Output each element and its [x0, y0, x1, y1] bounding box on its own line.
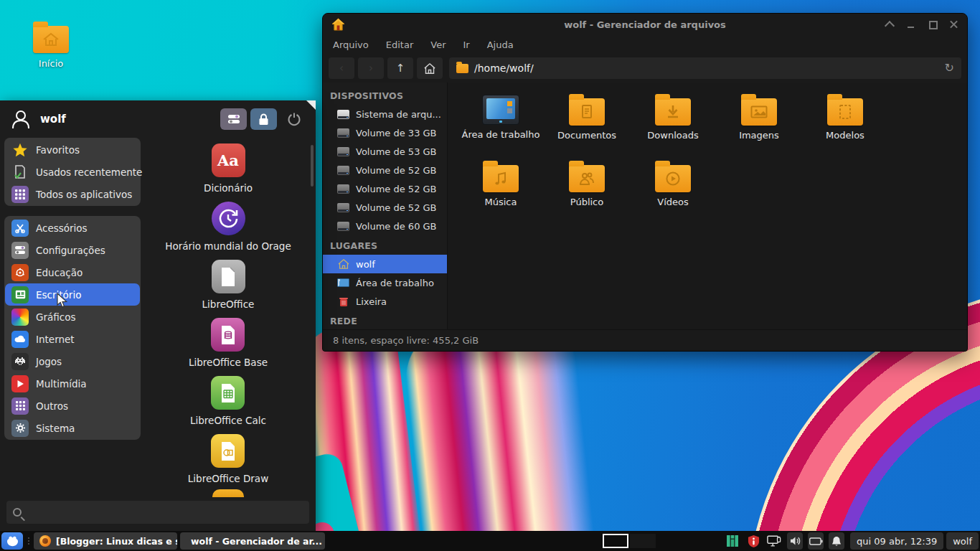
path-folder-icon [456, 64, 468, 73]
notifications-bell-icon[interactable] [829, 532, 844, 550]
sidebar-device-volume[interactable]: Volume de 53 GB [323, 142, 447, 161]
maximize-button-icon[interactable] [928, 20, 937, 29]
category-multimedia[interactable]: Multimídia [5, 372, 140, 395]
mouse-logo-icon [6, 536, 19, 547]
scrollbar-thumb[interactable] [311, 145, 314, 187]
app-partial-icon [212, 489, 244, 497]
category-office-selected[interactable]: Escritório [5, 283, 140, 306]
sidebar-device-volume[interactable]: Volume de 52 GB [323, 198, 447, 217]
manjaro-icon[interactable] [725, 532, 740, 550]
device-label: Volume de 52 GB [356, 202, 437, 213]
music-folder-icon [483, 165, 519, 192]
sidebar-device-volume[interactable]: Volume de 60 GB [323, 217, 447, 235]
system-tray [725, 532, 844, 550]
menu-edit[interactable]: Editar [386, 39, 414, 50]
workspace-switcher[interactable] [603, 534, 656, 548]
menu-help[interactable]: Ajuda [487, 39, 514, 50]
file-label: Imagens [739, 130, 779, 141]
nav-recently-used[interactable]: Usados recentemente [5, 161, 140, 183]
libreoffice-draw-icon [211, 434, 245, 468]
workspace-active[interactable] [603, 534, 628, 548]
file-item-pictures[interactable]: Imagens [716, 93, 802, 159]
app-libreoffice-base[interactable]: LibreOffice Base [189, 318, 268, 368]
file-item-templates[interactable]: Modelos [802, 93, 888, 159]
home-outline-icon [424, 63, 435, 74]
category-education[interactable]: Educação [5, 261, 140, 283]
nav-favorites[interactable]: Favoritos [5, 138, 140, 161]
display-settings-icon[interactable] [766, 532, 782, 550]
sidebar-device-volume[interactable]: Volume de 52 GB [323, 161, 447, 179]
minimize-button-icon[interactable] [907, 20, 915, 29]
settings-button[interactable] [220, 108, 247, 130]
file-item-music[interactable]: Música [458, 159, 544, 226]
security-alert-icon[interactable] [745, 532, 761, 550]
menu-search-bar[interactable] [6, 501, 309, 524]
nav-label: Usados recentemente [36, 166, 142, 178]
app-label: LibreOffice Base [189, 357, 268, 368]
category-internet[interactable]: Internet [5, 328, 140, 350]
desktop-icon-home[interactable]: Início [20, 20, 82, 69]
taskbar-user[interactable]: wolf [946, 532, 979, 550]
category-graphics[interactable]: Gráficos [5, 306, 140, 328]
app-libreoffice-calc[interactable]: LibreOffice Calc [190, 376, 266, 426]
category-system[interactable]: Sistema [5, 417, 140, 439]
file-item-downloads[interactable]: Downloads [630, 93, 716, 159]
category-games[interactable]: Jogos [5, 350, 140, 372]
home-folder-icon [33, 26, 69, 53]
place-label: Lixeira [356, 296, 387, 307]
app-orage-clock[interactable]: Horário mundial do Orage [165, 202, 291, 252]
file-item-documents[interactable]: Documentos [544, 93, 630, 159]
category-accessories[interactable]: Acessórios [5, 217, 140, 239]
app-libreoffice-draw[interactable]: LibreOffice Draw [188, 434, 268, 484]
up-arrow-icon: ↑ [396, 62, 405, 75]
back-button[interactable]: ‹ [329, 57, 354, 79]
category-label: Acessórios [36, 222, 88, 234]
menu-go[interactable]: Ir [463, 39, 470, 50]
shade-button-icon[interactable] [885, 20, 894, 29]
app-libreoffice[interactable]: LibreOffice [202, 260, 255, 310]
taskbar-window-browser[interactable]: [Blogger: Linux dicas e s... [34, 532, 177, 550]
drive-icon [337, 128, 349, 138]
menu-view[interactable]: Ver [430, 39, 446, 50]
power-button[interactable] [281, 108, 307, 130]
files-area[interactable]: Área de trabalho Documentos Downloads [448, 83, 967, 329]
window-button-label: wolf - Gerenciador de ar... [191, 536, 322, 547]
file-item-public[interactable]: Público [544, 159, 630, 226]
file-manager-window: wolf - Gerenciador de arquivos Arquivo E… [322, 13, 968, 352]
volume-icon[interactable] [787, 532, 803, 550]
sidebar-place-desktop[interactable]: Área de trabalho [323, 273, 447, 292]
sidebar-device-filesystem[interactable]: Sistema de arqu... [323, 105, 447, 123]
home-button[interactable] [417, 57, 443, 79]
close-button-icon[interactable] [950, 20, 958, 29]
pictures-folder-icon [741, 98, 777, 126]
file-item-desktop[interactable]: Área de trabalho [458, 93, 544, 159]
panel-grip[interactable] [26, 533, 31, 549]
path-bar[interactable]: /home/wolf/ ↻ [449, 57, 961, 79]
category-other[interactable]: Outros [5, 395, 140, 417]
up-button[interactable]: ↑ [387, 57, 413, 79]
battery-icon[interactable] [808, 532, 824, 550]
workspace-2[interactable] [630, 534, 656, 548]
file-item-videos[interactable]: Vídeos [630, 159, 716, 226]
lock-screen-button[interactable] [250, 108, 277, 130]
libreoffice-base-icon [211, 318, 245, 352]
sidebar-place-home[interactable]: wolf [323, 255, 447, 273]
sidebar-place-trash[interactable]: Lixeira [323, 292, 447, 311]
sidebar-device-volume[interactable]: Volume de 52 GB [323, 179, 447, 198]
public-folder-icon [569, 165, 605, 192]
nav-all-applications[interactable]: Todos os aplicativos [5, 183, 140, 205]
device-label: Sistema de arqu... [356, 109, 441, 120]
taskbar-menu-button[interactable] [1, 532, 23, 550]
menu-file[interactable]: Arquivo [333, 39, 369, 50]
taskbar-window-file-manager[interactable]: wolf - Gerenciador de ar... [180, 532, 325, 550]
category-settings[interactable]: Configurações [5, 239, 140, 261]
drive-icon [337, 147, 349, 156]
app-dictionary[interactable]: Aa Dicionário [204, 143, 253, 194]
forward-button[interactable]: › [358, 57, 384, 79]
taskbar-clock[interactable]: qui 09 abr, 12:39 [850, 532, 943, 550]
sidebar-device-volume[interactable]: Volume de 33 GB [323, 123, 447, 142]
libreoffice-calc-icon [211, 376, 245, 410]
window-controls [885, 20, 958, 29]
titlebar[interactable]: wolf - Gerenciador de arquivos [323, 14, 967, 35]
refresh-icon[interactable]: ↻ [945, 62, 954, 74]
